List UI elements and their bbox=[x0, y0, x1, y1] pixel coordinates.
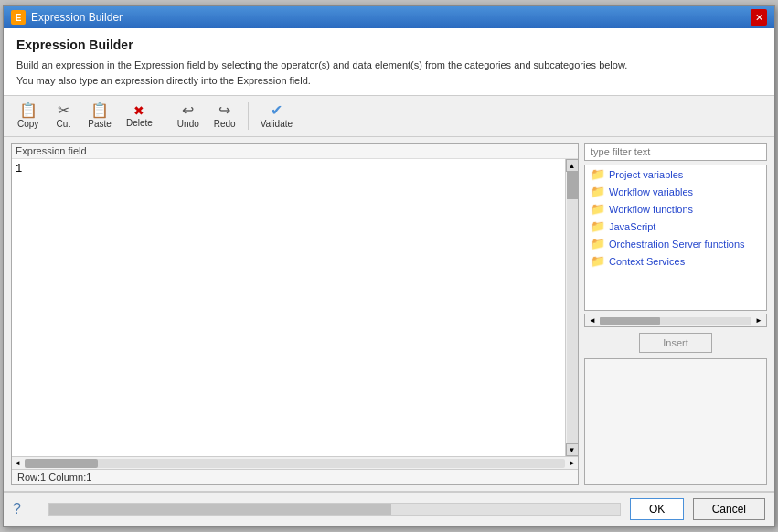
tree-item-project-variables[interactable]: 📁 Project variables bbox=[585, 165, 766, 183]
tree-item-workflow-functions[interactable]: 📁 Workflow functions bbox=[585, 200, 766, 218]
delete-icon: ✖ bbox=[133, 104, 144, 117]
left-panel: Expression field 1 ▲ ▼ ◄ ► Row:1 Column bbox=[11, 143, 579, 485]
bottom-scrollbar[interactable] bbox=[48, 503, 621, 516]
tree-panel: 📁 Project variables 📁 Workflow variables… bbox=[584, 165, 767, 311]
horizontal-scrollbar[interactable]: ◄ ► bbox=[12, 456, 578, 469]
cut-label: Cut bbox=[57, 119, 71, 129]
paste-icon: 📋 bbox=[91, 103, 109, 118]
ok-button[interactable]: OK bbox=[630, 498, 684, 520]
horiz-scroll-track bbox=[25, 459, 565, 468]
insert-btn-container: Insert bbox=[584, 333, 767, 353]
undo-label: Undo bbox=[177, 119, 199, 129]
toolbar: 📋 Copy ✂ Cut 📋 Paste ✖ Delete ↩ Undo ↪ R… bbox=[4, 96, 774, 137]
tree-item-label-project: Project variables bbox=[609, 169, 683, 180]
scroll-up-arrow[interactable]: ▲ bbox=[566, 159, 579, 172]
dialog-icon: E bbox=[11, 10, 26, 25]
redo-button[interactable]: ↪ Redo bbox=[208, 100, 242, 133]
tree-item-label-workflow-vars: Workflow variables bbox=[609, 186, 693, 197]
scroll-thumb bbox=[567, 172, 578, 199]
scroll-track bbox=[567, 172, 578, 443]
tree-horiz-thumb bbox=[600, 317, 660, 325]
copy-label: Copy bbox=[17, 119, 38, 129]
dialog-buttons: OK Cancel bbox=[630, 498, 765, 520]
tree-horiz-left-arrow[interactable]: ◄ bbox=[587, 316, 598, 325]
toolbar-separator2 bbox=[248, 102, 249, 130]
cut-icon: ✂ bbox=[58, 103, 69, 118]
redo-icon: ↪ bbox=[218, 103, 230, 118]
horiz-left-arrow[interactable]: ◄ bbox=[12, 459, 23, 467]
expression-builder-dialog: E Expression Builder ✕ Expression Builde… bbox=[3, 5, 775, 527]
tree-item-orchestration[interactable]: 📁 Orchestration Server functions bbox=[585, 235, 766, 252]
redo-label: Redo bbox=[214, 119, 236, 129]
close-button[interactable]: ✕ bbox=[751, 9, 767, 26]
tree-item-context-services[interactable]: 📁 Context Services bbox=[585, 252, 766, 270]
folder-icon-project: 📁 bbox=[591, 167, 605, 181]
undo-button[interactable]: ↩ Undo bbox=[171, 100, 206, 133]
tree-item-label-javascript: JavaScript bbox=[609, 221, 655, 232]
folder-icon-workflow-funcs: 📁 bbox=[591, 202, 605, 216]
scroll-down-arrow[interactable]: ▼ bbox=[566, 443, 579, 456]
bottom-bar: ? OK Cancel bbox=[4, 491, 774, 526]
vertical-scrollbar[interactable]: ▲ ▼ bbox=[565, 159, 578, 456]
insert-button[interactable]: Insert bbox=[639, 333, 712, 353]
expression-textarea[interactable]: 1 bbox=[12, 159, 565, 456]
tree-item-workflow-variables[interactable]: 📁 Workflow variables bbox=[585, 183, 766, 200]
dialog-desc2: You may also type an expression directly… bbox=[16, 73, 762, 89]
folder-icon-orchestration: 📁 bbox=[591, 237, 605, 250]
cut-button[interactable]: ✂ Cut bbox=[47, 100, 80, 133]
validate-label: Validate bbox=[261, 119, 293, 129]
filter-input[interactable] bbox=[584, 143, 767, 161]
copy-button[interactable]: 📋 Copy bbox=[11, 100, 45, 133]
title-bar-left: E Expression Builder bbox=[11, 10, 123, 25]
delete-label: Delete bbox=[126, 118, 153, 128]
tree-item-label-workflow-funcs: Workflow functions bbox=[609, 204, 693, 215]
bottom-scroll-thumb bbox=[49, 504, 391, 515]
expression-scroll-area: 1 ▲ ▼ bbox=[12, 159, 578, 456]
tree-horiz-track bbox=[600, 317, 751, 325]
detail-panel bbox=[584, 358, 767, 485]
dialog-header: Expression Builder Build an expression i… bbox=[4, 28, 774, 96]
status-bar: Row:1 Column:1 bbox=[12, 469, 578, 484]
horiz-scroll-thumb bbox=[25, 459, 98, 468]
tree-item-label-context: Context Services bbox=[609, 256, 685, 267]
undo-icon: ↩ bbox=[182, 103, 194, 118]
tree-horiz-scrollbar[interactable]: ◄ ► bbox=[584, 314, 767, 327]
delete-button[interactable]: ✖ Delete bbox=[120, 101, 159, 132]
validate-button[interactable]: ✔ Validate bbox=[254, 100, 299, 133]
toolbar-separator1 bbox=[165, 102, 165, 130]
help-icon[interactable]: ? bbox=[13, 501, 21, 517]
folder-icon-javascript: 📁 bbox=[591, 219, 605, 233]
tree-item-javascript[interactable]: 📁 JavaScript bbox=[585, 218, 766, 235]
right-panel: 📁 Project variables 📁 Workflow variables… bbox=[584, 143, 767, 485]
paste-button[interactable]: 📋 Paste bbox=[81, 100, 118, 133]
tree-item-label-orchestration: Orchestration Server functions bbox=[609, 239, 745, 250]
expression-field-label: Expression field bbox=[12, 144, 578, 159]
folder-icon-workflow-vars: 📁 bbox=[591, 185, 605, 198]
folder-icon-context: 📁 bbox=[591, 254, 605, 268]
title-bar: E Expression Builder ✕ bbox=[4, 6, 774, 28]
dialog-title: Expression Builder bbox=[16, 37, 762, 52]
content-area: Expression field 1 ▲ ▼ ◄ ► Row:1 Column bbox=[4, 137, 774, 491]
copy-icon: 📋 bbox=[19, 103, 37, 118]
tree-horiz-right-arrow[interactable]: ► bbox=[753, 316, 764, 325]
cancel-button[interactable]: Cancel bbox=[693, 498, 765, 520]
validate-icon: ✔ bbox=[271, 103, 282, 118]
dialog-desc1: Build an expression in the Expression fi… bbox=[16, 58, 762, 73]
title-bar-title: Expression Builder bbox=[31, 11, 123, 24]
paste-label: Paste bbox=[88, 119, 112, 129]
horiz-right-arrow[interactable]: ► bbox=[567, 459, 578, 467]
